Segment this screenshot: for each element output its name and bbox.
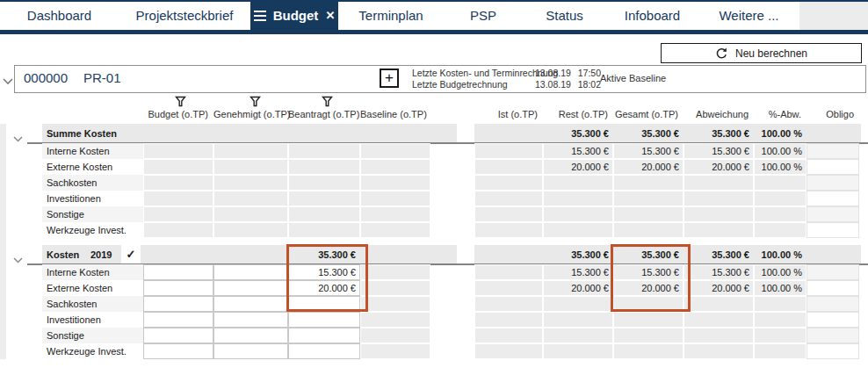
cell-gesamt: 20.000 € <box>613 159 684 175</box>
tab-infoboard[interactable]: Infoboard <box>606 2 698 30</box>
cell-pabw <box>754 222 807 238</box>
cell-genehmigt[interactable] <box>213 343 288 359</box>
cell-genehmigt[interactable] <box>213 328 288 343</box>
group-value-rest: 35.300 € <box>543 124 613 143</box>
cell-beantragt[interactable] <box>288 343 360 359</box>
tab-psp[interactable]: PSP <box>444 2 523 30</box>
cell-rest <box>543 191 613 206</box>
cell-abweichung: 20.000 € <box>684 280 754 296</box>
cell-genehmigt[interactable] <box>213 312 288 328</box>
row-label-sonstige: Sonstige <box>42 206 143 222</box>
cell-rest <box>543 175 613 191</box>
cell-beantragt[interactable] <box>288 328 360 343</box>
cell-baseline <box>360 222 430 238</box>
group-value-gesamt: 35.300 € <box>613 245 684 264</box>
cell-rest: 20.000 € <box>543 159 613 175</box>
cell-budget[interactable] <box>143 296 213 312</box>
cell-beantragt <box>288 159 360 175</box>
cell-genehmigt[interactable] <box>213 264 288 280</box>
cell-baseline <box>360 191 430 206</box>
column-header-abweichung: Abweichung <box>684 109 749 119</box>
row-label-investitionen: Investitionen <box>42 312 143 328</box>
cell-pabw: 100.00 % <box>754 280 807 296</box>
group-label-kosten: Kosten <box>47 245 79 264</box>
cell-ist <box>474 159 543 175</box>
tab-dashboard[interactable]: Dashboard <box>0 2 119 30</box>
cell-budget[interactable] <box>143 343 213 359</box>
tab-projektsteckbrief[interactable]: Projektsteckbrief <box>119 2 250 30</box>
project-number: 000000 <box>24 66 68 90</box>
table-left-gutter <box>0 124 6 359</box>
tab-weitere[interactable]: Weitere ... <box>698 2 799 30</box>
cell-ist <box>474 343 543 359</box>
cell-gesamt: 15.300 € <box>613 264 684 280</box>
column-header-beantragt: Beantragt (o.TP) <box>288 109 355 119</box>
cell-genehmigt <box>213 222 288 238</box>
project-collapse-chevron[interactable] <box>3 73 13 89</box>
cell-ist <box>474 143 543 159</box>
close-icon[interactable]: ✕ <box>325 2 335 30</box>
cell-ist <box>474 191 543 206</box>
group-collapse-chevron[interactable] <box>13 130 23 146</box>
cell-beantragt[interactable] <box>288 296 360 312</box>
cell-beantragt[interactable]: 15.300 € <box>288 264 360 280</box>
cell-pabw <box>754 328 807 343</box>
group-checkmark-icon[interactable]: ✓ <box>121 245 141 264</box>
tab-bar: DashboardProjektsteckbriefBudget✕Terminp… <box>0 2 868 30</box>
cell-obligo <box>807 280 859 296</box>
cell-obligo <box>807 175 859 191</box>
cell-abweichung <box>684 222 754 238</box>
last-budget-calc-date: 13.08.19 <box>535 79 571 90</box>
cell-baseline <box>360 143 430 159</box>
cell-gesamt <box>613 175 684 191</box>
cell-pabw <box>754 175 807 191</box>
row-label-werkzeuge-invest: Werkzeuge Invest. <box>42 343 143 359</box>
cell-rest <box>543 312 613 328</box>
cell-beantragt <box>288 143 360 159</box>
row-label-werkzeuge-invest: Werkzeuge Invest. <box>42 222 143 238</box>
cell-gesamt <box>613 343 684 359</box>
cell-budget <box>143 191 213 206</box>
tab-budget[interactable]: Budget✕ <box>250 2 338 30</box>
cell-rest <box>543 343 613 359</box>
cell-genehmigt <box>213 143 288 159</box>
add-button[interactable]: + <box>380 69 399 88</box>
cell-beantragt <box>288 206 360 222</box>
cell-budget[interactable] <box>143 328 213 343</box>
recalculate-button[interactable]: Neu berechnen <box>661 43 862 63</box>
cell-budget[interactable] <box>143 264 213 280</box>
filter-funnel-icon[interactable] <box>175 95 186 106</box>
cell-rest <box>543 222 613 238</box>
tab-status[interactable]: Status <box>523 2 606 30</box>
cell-obligo <box>807 143 859 159</box>
cell-abweichung <box>684 328 754 343</box>
cell-baseline <box>360 328 430 343</box>
row-label-interne-kosten: Interne Kosten <box>42 143 143 159</box>
group-collapse-chevron[interactable] <box>13 251 23 267</box>
cell-budget[interactable] <box>143 280 213 296</box>
cell-budget[interactable] <box>143 312 213 328</box>
last-cost-calc-date: 13.08.19 <box>535 68 571 79</box>
cell-obligo <box>807 159 859 175</box>
last-budget-calc-time: 18:02 <box>570 79 601 90</box>
last-cost-calc-time: 17:50 <box>570 68 601 79</box>
cell-pabw: 100.00 % <box>754 143 807 159</box>
tab-label: Budget <box>273 2 319 30</box>
column-header-genehmigt: Genehmigt (o.TP) <box>213 109 283 119</box>
cell-budget <box>143 159 213 175</box>
cell-baseline <box>360 175 430 191</box>
cell-beantragt[interactable] <box>288 312 360 328</box>
cell-ist <box>474 222 543 238</box>
filter-funnel-icon[interactable] <box>322 95 333 106</box>
column-header-obligo: Obligo <box>807 109 854 119</box>
cell-genehmigt[interactable] <box>213 296 288 312</box>
filter-funnel-icon[interactable] <box>250 95 261 106</box>
tabbar-filler <box>799 2 868 30</box>
active-baseline-label: Aktive Baseline <box>600 66 666 90</box>
tab-terminplan[interactable]: Terminplan <box>338 2 444 30</box>
cell-abweichung <box>684 312 754 328</box>
hamburger-icon[interactable] <box>254 11 266 21</box>
cell-genehmigt[interactable] <box>213 280 288 296</box>
cell-beantragt[interactable]: 20.000 € <box>288 280 360 296</box>
row-label-sonstige: Sonstige <box>42 328 143 343</box>
